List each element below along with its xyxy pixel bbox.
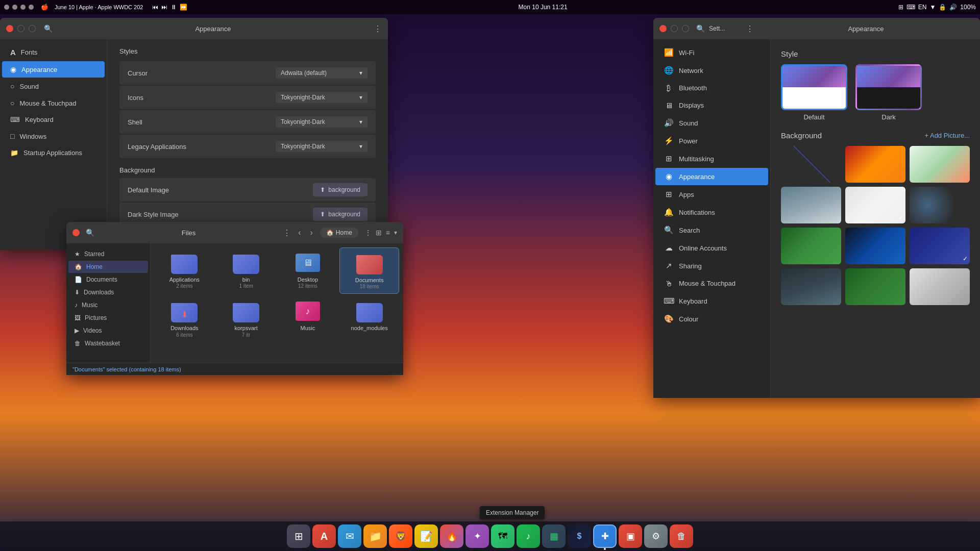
topbar-lang[interactable]: EN — [918, 4, 927, 11]
bg-thumb-6[interactable] — [910, 187, 970, 223]
settings-nav-apps[interactable]: ⊞ Apps — [655, 186, 768, 203]
files-nav-wastebasket[interactable]: 🗑 Wastebasket — [68, 337, 148, 349]
bg-thumb-2[interactable] — [845, 146, 905, 183]
bg-thumb-7[interactable] — [781, 228, 841, 264]
tweaks-close-button[interactable] — [6, 25, 13, 32]
files-menu-icon[interactable]: ⋮ — [283, 228, 291, 238]
style-thumb-dark[interactable] — [855, 64, 922, 110]
bg-thumb-9[interactable]: ✓ — [910, 228, 970, 264]
settings-nav-online-accounts[interactable]: ☁ Online Accounts — [655, 239, 768, 257]
settings-close-button[interactable] — [659, 25, 667, 32]
files-forward-button[interactable]: › — [307, 227, 315, 238]
tweaks-search-icon[interactable]: 🔍 — [44, 24, 53, 33]
topbar-lock[interactable]: 🔒 — [939, 4, 946, 11]
settings-nav-wifi[interactable]: 📶 Wi-Fi — [655, 44, 768, 61]
tweaks-icons-dropdown[interactable]: Tokyonight-Dark ▾ — [276, 92, 368, 103]
topbar-arrow[interactable]: ▼ — [929, 4, 936, 11]
tweaks-maximize-button[interactable] — [29, 25, 36, 32]
files-sort-chevron[interactable]: ▾ — [394, 229, 397, 236]
settings-nav-notifications[interactable]: 🔔 Notifications — [655, 204, 768, 221]
dock-settings[interactable]: ⚙ — [644, 524, 668, 548]
files-extra-icon[interactable]: ⋮ — [364, 229, 372, 237]
style-option-dark[interactable]: Dark — [855, 64, 922, 121]
tweaks-nav-startup[interactable]: 📁 Startup Applications — [2, 145, 105, 161]
files-view-icon[interactable]: ⊞ — [376, 229, 382, 237]
tweaks-menu-icon[interactable]: ⋮ — [374, 24, 382, 34]
style-thumb-default[interactable] — [781, 64, 847, 110]
files-item-applications[interactable]: Applications 2 items — [155, 247, 214, 294]
tweaks-nav-appearance[interactable]: ◉ Appearance — [2, 61, 105, 78]
media-prev2[interactable]: ⏭ — [161, 4, 167, 11]
settings-nav-power[interactable]: ⚡ Power — [655, 132, 768, 149]
topbar-sound[interactable]: 🔊 — [949, 4, 957, 11]
files-item-korpsvart[interactable]: korpsvart 7 itr — [216, 296, 276, 341]
topbar-grid-icon[interactable]: ⊞ — [898, 4, 903, 11]
settings-nav-multitasking[interactable]: ⊞ Multitasking — [655, 150, 768, 167]
settings-nav-colour[interactable]: 🎨 Colour — [655, 310, 768, 328]
files-item-downloads[interactable]: ⬇ Downloads 6 items — [155, 296, 214, 341]
bg-thumb-5[interactable]: ✓ — [845, 187, 905, 223]
settings-min-button[interactable] — [671, 25, 678, 32]
tweaks-nav-windows[interactable]: □ Windows — [2, 128, 105, 144]
files-item-music[interactable]: ♪ Music — [278, 296, 338, 341]
dock-extension-manager[interactable]: ✚ — [593, 524, 617, 548]
tweaks-nav-sound[interactable]: ○ Sound — [2, 78, 105, 94]
media-pause[interactable]: ⏸ — [170, 4, 177, 11]
settings-nav-appearance[interactable]: ◉ Appearance — [655, 168, 768, 185]
bg-thumb-3[interactable] — [910, 146, 970, 183]
dock-brave[interactable]: 🦁 — [389, 524, 412, 548]
files-item-documents[interactable]: Documents 18 items — [339, 247, 399, 294]
settings-max-button[interactable] — [682, 25, 689, 32]
files-item-desktop[interactable]: 🖥 Desktop 12 items — [278, 247, 338, 294]
files-search-icon[interactable]: 🔍 — [86, 229, 94, 237]
dock-tor-browser[interactable]: 🔥 — [440, 524, 463, 548]
files-nav-home[interactable]: 🏠 Home — [68, 261, 148, 273]
tweaks-bg-default-btn[interactable]: ⬆ background — [313, 183, 368, 196]
dock-trash[interactable]: 🗑 — [670, 524, 693, 548]
tweaks-minimize-button[interactable] — [17, 25, 24, 32]
bg-thumb-12[interactable] — [910, 268, 970, 305]
settings-search-icon[interactable]: 🔍 — [696, 24, 705, 33]
files-close-button[interactable] — [72, 229, 80, 236]
dock-warp[interactable]: $ — [568, 524, 591, 548]
bg-thumb-11[interactable] — [845, 268, 905, 305]
settings-nav-displays[interactable]: 🖥 Displays — [655, 97, 768, 114]
dock-app-store[interactable]: A — [312, 524, 336, 548]
dock-maps[interactable]: 🗺 — [491, 524, 514, 548]
media-prev[interactable]: ⏮ — [152, 4, 158, 11]
files-nav-pictures[interactable]: 🖼 Pictures — [68, 312, 148, 324]
files-sort-icon[interactable]: ≡ — [386, 229, 390, 237]
tweaks-nav-mouse[interactable]: ○ Mouse & Touchpad — [2, 95, 105, 111]
files-nav-downloads[interactable]: ⬇ Downloads — [68, 286, 148, 298]
bg-thumb-4[interactable] — [781, 187, 841, 223]
settings-nav-keyboard[interactable]: ⌨ Keyboard — [655, 292, 768, 310]
tweaks-shell-dropdown[interactable]: Tokyonight-Dark ▾ — [276, 116, 368, 128]
settings-nav-network[interactable]: 🌐 Network — [655, 62, 768, 79]
files-item-bin[interactable]: bin 1 item — [216, 247, 276, 294]
settings-nav-bluetooth[interactable]: ₿ Bluetooth — [655, 80, 768, 96]
tweaks-cursor-dropdown[interactable]: Adwaita (default) ▾ — [276, 67, 368, 79]
dock-mosaic[interactable]: ▣ — [619, 524, 642, 548]
settings-nav-mouse[interactable]: 🖱 Mouse & Touchpad — [655, 275, 768, 292]
settings-nav-sharing[interactable]: ↗ Sharing — [655, 257, 768, 274]
dock-figma[interactable]: ✦ — [465, 524, 489, 548]
files-nav-starred[interactable]: ★ Starred — [68, 248, 148, 260]
tweaks-nav-fonts[interactable]: A Fonts — [2, 44, 105, 61]
bg-thumb-1[interactable] — [781, 146, 841, 183]
add-picture-button[interactable]: + Add Picture... — [924, 132, 970, 139]
settings-nav-search[interactable]: 🔍 Search — [655, 221, 768, 239]
style-option-default[interactable]: Default — [781, 64, 847, 121]
tweaks-legacy-dropdown[interactable]: Tokyonight-Dark ▾ — [276, 141, 368, 152]
dock-notes[interactable]: 📝 — [414, 524, 438, 548]
dock-btop[interactable]: ▦ — [542, 524, 566, 548]
files-item-node-modules[interactable]: node_modules — [339, 296, 399, 341]
files-nav-videos[interactable]: ▶ Videos — [68, 324, 148, 337]
dock-app-launcher[interactable]: ⊞ — [287, 524, 310, 548]
files-breadcrumb[interactable]: 🏠 Home — [320, 228, 358, 238]
files-back-button[interactable]: ‹ — [295, 227, 304, 238]
settings-menu-icon[interactable]: ⋮ — [746, 24, 754, 34]
media-next[interactable]: ⏩ — [180, 4, 187, 11]
tweaks-nav-keyboard[interactable]: ⌨ Keyboard — [2, 112, 105, 128]
dock-spotify[interactable]: ♪ — [517, 524, 540, 548]
apple-logo[interactable]: 🍎 — [41, 4, 48, 11]
